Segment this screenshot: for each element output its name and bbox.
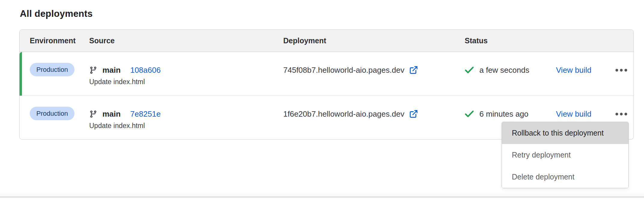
section-fade [0, 192, 644, 197]
git-branch-icon [89, 110, 97, 118]
view-build-link[interactable]: View build [556, 66, 591, 75]
row-actions-context-menu: Rollback to this deployment Retry deploy… [502, 122, 629, 188]
column-header-source: Source [89, 36, 283, 45]
deployments-page: All deployments Environment Source Deplo… [0, 0, 644, 199]
deployment-url: 1f6e20b7.helloworld-aio.pages.dev [283, 109, 404, 119]
status-cell: a few seconds [465, 52, 556, 96]
menu-item-rollback[interactable]: Rollback to this deployment [502, 122, 628, 144]
view-build-cell: View build [556, 52, 614, 96]
menu-item-delete[interactable]: Delete deployment [502, 166, 628, 188]
branch-name: main [102, 109, 121, 119]
environment-cell: Production [30, 96, 89, 139]
source-cell: main 108a606 Update index.html [89, 52, 283, 96]
deployment-cell: 745f08b7.helloworld-aio.pages.dev [283, 52, 465, 96]
external-link-icon[interactable] [409, 66, 418, 75]
section-divider [0, 197, 644, 197]
git-branch-icon [89, 66, 97, 74]
column-header-deployment: Deployment [283, 36, 465, 45]
status-time: 6 minutes ago [479, 109, 528, 119]
column-header-environment: Environment [30, 36, 89, 45]
deployment-url: 745f08b7.helloworld-aio.pages.dev [283, 66, 404, 75]
environment-badge: Production [30, 107, 74, 120]
page-title: All deployments [20, 8, 93, 19]
commit-message: Update index.html [89, 121, 283, 130]
row-actions-button[interactable] [614, 67, 628, 73]
ellipsis-icon [615, 69, 627, 72]
status-time: a few seconds [479, 66, 529, 75]
environment-cell: Production [30, 52, 89, 96]
environment-badge: Production [30, 63, 74, 76]
commit-link[interactable]: 7e8251e [130, 109, 161, 119]
ellipsis-icon [615, 113, 627, 115]
branch-name: main [102, 66, 121, 75]
commit-link[interactable]: 108a606 [130, 66, 161, 75]
menu-item-retry[interactable]: Retry deployment [502, 144, 628, 166]
check-icon [465, 66, 474, 74]
source-cell: main 7e8251e Update index.html [89, 96, 283, 139]
commit-message: Update index.html [89, 78, 283, 86]
deployment-cell: 1f6e20b7.helloworld-aio.pages.dev [283, 96, 465, 139]
column-header-status: Status [465, 36, 556, 45]
actions-cell [614, 52, 633, 96]
external-link-icon[interactable] [409, 109, 418, 118]
table-header-row: Environment Source Deployment Status [20, 30, 633, 52]
row-actions-button[interactable] [614, 111, 628, 117]
view-build-link[interactable]: View build [556, 109, 591, 119]
deployment-row: Production main 108a606 Update index.htm… [20, 52, 633, 96]
check-icon [465, 110, 474, 118]
